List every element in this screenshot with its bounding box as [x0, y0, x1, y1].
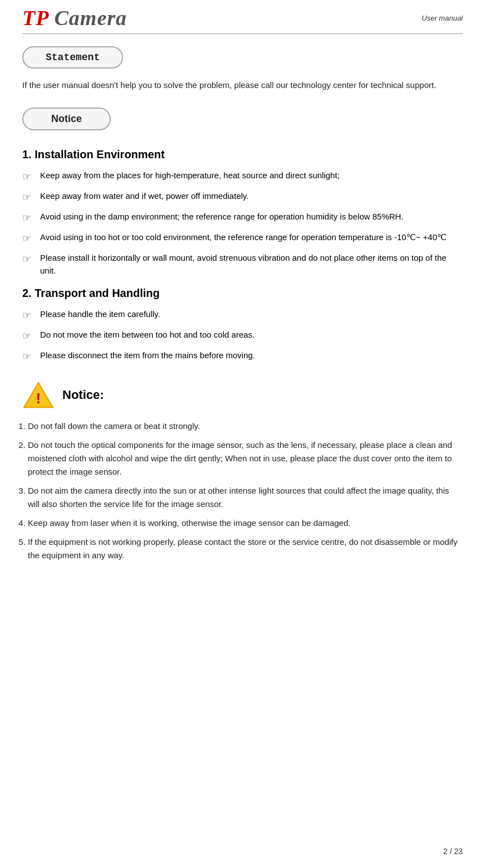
item-text: Keep away from water and if wet, power o…: [40, 189, 463, 202]
item-text: Do not move the item between too hot and…: [40, 328, 463, 341]
page-header: TP Camera User manual: [22, 0, 463, 34]
list-item: Do not fall down the camera or beat it s…: [28, 420, 463, 433]
list-item: ☞ Please handle the item carefully.: [22, 308, 463, 324]
item-text: Avoid using in too hot or too cold envir…: [40, 231, 463, 243]
hand-icon: ☞: [22, 211, 40, 226]
list-item: Do not aim the camera directly into the …: [28, 484, 463, 511]
hand-icon: ☞: [22, 169, 40, 185]
hand-icon: ☞: [22, 252, 40, 267]
list-item: ☞ Avoid using in the damp environment; t…: [22, 210, 463, 226]
list-item: ☞ Avoid using in too hot or too cold env…: [22, 231, 463, 247]
hand-icon: ☞: [22, 308, 40, 324]
hand-icon: ☞: [22, 349, 40, 365]
item-text: Please disconnect the item from the main…: [40, 349, 463, 362]
numbered-list: Do not fall down the camera or beat it s…: [28, 420, 463, 562]
logo-tp: TP: [22, 6, 48, 30]
page-number: 2 / 23: [443, 847, 463, 856]
list-item: ☞ Please disconnect the item from the ma…: [22, 349, 463, 365]
intro-text: If the user manual doesn't help you to s…: [22, 79, 463, 92]
section2-heading: 2. Transport and Handling: [22, 287, 463, 300]
logo-camera: Camera: [48, 6, 127, 30]
statement-badge: Statement: [22, 46, 123, 69]
list-item: Do not touch the optical components for …: [28, 438, 463, 479]
warning-notice: ! Notice:: [22, 381, 463, 409]
section1-heading: 1. Installation Environment: [22, 148, 463, 161]
hand-icon: ☞: [22, 190, 40, 206]
list-item: ☞ Please install it horizontally or wall…: [22, 251, 463, 277]
logo: TP Camera: [22, 6, 127, 30]
item-text: Please install it horizontally or wall m…: [40, 251, 463, 277]
svg-text:!: !: [36, 391, 41, 406]
item-text: Avoid using in the damp environment; the…: [40, 210, 463, 223]
list-item: If the equipment is not working properly…: [28, 535, 463, 562]
notice-badge: Notice: [22, 108, 111, 130]
hand-icon: ☞: [22, 329, 40, 344]
hand-icon: ☞: [22, 231, 40, 247]
list-item: ☞ Keep away from the places for high-tem…: [22, 169, 463, 185]
item-text: Please handle the item carefully.: [40, 308, 463, 320]
warning-label: Notice:: [62, 388, 104, 402]
header-subtitle: User manual: [422, 14, 463, 22]
warning-triangle-icon: !: [22, 381, 55, 409]
section1-list: ☞ Keep away from the places for high-tem…: [22, 169, 463, 277]
section2-list: ☞ Please handle the item carefully. ☞ Do…: [22, 308, 463, 365]
list-item: ☞ Do not move the item between too hot a…: [22, 328, 463, 344]
item-text: Keep away from the places for high-tempe…: [40, 169, 463, 182]
list-item: Keep away from laser when it is working,…: [28, 516, 463, 530]
list-item: ☞ Keep away from water and if wet, power…: [22, 189, 463, 206]
